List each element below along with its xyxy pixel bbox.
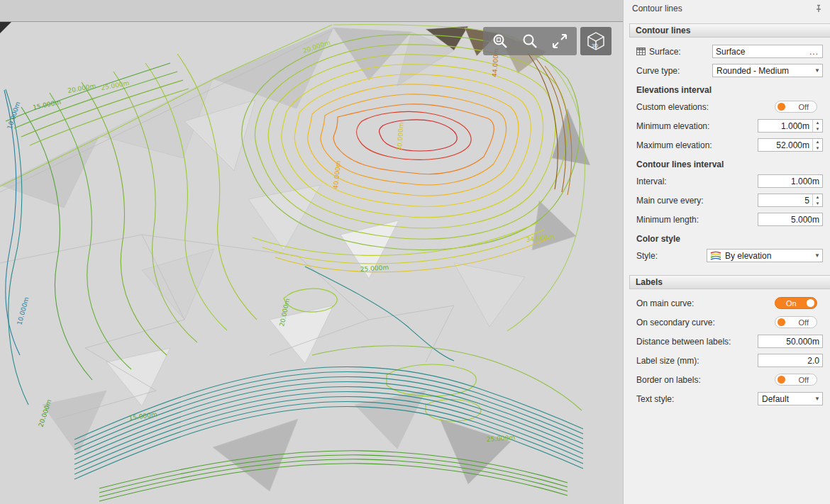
minimum-elevation-value: 1.000m [758, 121, 812, 131]
minimum-elevation-field[interactable]: 1.000m ▲ ▼ [758, 119, 823, 133]
contour-lines-group-header: Contour lines [629, 23, 830, 38]
border-on-labels-row: Border on labels: Off [629, 370, 830, 389]
pin-icon[interactable] [814, 4, 823, 13]
maximum-elevation-field[interactable]: 52.000m ▲ ▼ [758, 138, 823, 152]
custom-elevations-label: Custom elevations: [636, 102, 709, 112]
style-value: By elevation [721, 251, 812, 261]
maximum-elevation-row: Maximum elevation: 52.000m ▲ ▼ [629, 135, 830, 155]
elevations-interval-header: Elevations interval [629, 80, 830, 97]
distance-between-labels-row: Distance between labels: 50.000m [629, 332, 830, 351]
label-size-field[interactable]: 2.0 [758, 354, 823, 367]
style-label: Style: [636, 251, 658, 261]
zoom-button[interactable] [515, 27, 545, 55]
contour-lines-group-title: Contour lines [636, 26, 690, 35]
zoom-tool-group [483, 27, 577, 55]
style-dropdown[interactable]: By elevation ▼ [707, 249, 823, 262]
toggle-knob [778, 318, 785, 326]
by-elevation-icon [710, 251, 721, 260]
main-curve-every-value: 5 [758, 196, 812, 206]
spinner-up[interactable]: ▲ [813, 194, 822, 201]
border-on-labels-state: Off [799, 376, 809, 384]
text-style-dropdown[interactable]: Default ▼ [758, 392, 823, 405]
contour-lines-group: Contour lines Surface: [629, 23, 830, 265]
labels-group: Labels On main curve: On On secondary cu… [629, 275, 830, 408]
surface-field[interactable]: Surface ... [712, 45, 823, 58]
terrain-scene: 20.000m25.000m15.000m20.000m10.000m10.00… [0, 22, 623, 504]
spinner-down[interactable]: ▼ [813, 201, 822, 207]
text-style-label: Text style: [636, 394, 674, 404]
interval-label: Interval: [636, 177, 667, 186]
minimum-elevation-spinner: ▲ ▼ [812, 120, 822, 132]
border-on-labels-label: Border on labels: [636, 375, 701, 385]
surface-row: Surface: Surface ... [629, 42, 830, 61]
surface-grid-icon [636, 47, 646, 55]
custom-elevations-toggle[interactable]: Off [775, 101, 817, 113]
panel-title-bar: Contour lines [624, 0, 830, 17]
labels-group-header: Labels [629, 275, 830, 289]
on-secondary-curve-toggle[interactable]: Off [775, 316, 817, 328]
color-style-header: Color style [629, 229, 830, 246]
label-size-label: Label size (mm): [636, 356, 699, 366]
minimum-elevation-label: Minimum elevation: [636, 121, 709, 131]
main-curve-every-field[interactable]: 5 ▲ ▼ [758, 194, 823, 207]
border-on-labels-toggle[interactable]: Off [775, 374, 817, 386]
interval-row: Interval: 1.000m [629, 172, 830, 191]
minimum-length-row: Minimum length: 5.000m [629, 210, 830, 229]
label-size-row: Label size (mm): 2.0 [629, 351, 830, 370]
label-size-value: 2.0 [758, 356, 822, 366]
curve-type-value: Rounded - Medium [713, 66, 812, 76]
curve-type-row: Curve type: Rounded - Medium ▼ [629, 61, 830, 80]
zoom-extents-icon [551, 33, 568, 50]
surface-label-wrap: Surface: [636, 47, 681, 57]
style-row: Style: By elevation ▼ [629, 246, 830, 265]
toggle-knob [778, 103, 785, 111]
chevron-down-icon: ▼ [812, 67, 822, 74]
zoom-window-button[interactable] [485, 27, 515, 55]
text-style-row: Text style: Default ▼ [629, 389, 830, 408]
curve-type-dropdown[interactable]: Rounded - Medium ▼ [712, 64, 823, 77]
terrain-viewport[interactable]: 20.000m25.000m15.000m20.000m10.000m10.00… [0, 21, 623, 504]
labels-group-title: Labels [636, 277, 663, 287]
zoom-window-icon [492, 33, 509, 50]
distance-between-labels-label: Distance between labels: [636, 337, 731, 347]
contour-lines-interval-header: Contour lines interval [629, 155, 830, 172]
spinner-down[interactable]: ▼ [813, 145, 822, 152]
main-curve-every-label: Main curve every: [636, 196, 704, 206]
viewport-toolbar: 3D [483, 27, 612, 55]
toggle-knob [778, 376, 785, 383]
minimum-elevation-row: Minimum elevation: 1.000m ▲ ▼ [629, 116, 830, 135]
minimum-length-label: Minimum length: [636, 215, 699, 225]
interval-field[interactable]: 1.000m [758, 174, 823, 188]
on-secondary-curve-state: Off [799, 318, 809, 327]
contour-lines-panel: Contour lines Contour lines [623, 0, 830, 504]
panel-title: Contour lines [632, 4, 682, 13]
on-main-curve-label: On main curve: [636, 298, 694, 308]
minimum-length-value: 5.000m [758, 215, 822, 225]
zoom-extents-button[interactable] [545, 27, 575, 55]
chevron-down-icon: ▼ [812, 396, 822, 402]
surface-browse-button[interactable]: ... [806, 47, 822, 57]
surface-value: Surface [713, 47, 806, 57]
view-3d-cube-icon: 3D [587, 31, 605, 51]
custom-elevations-state: Off [799, 103, 809, 111]
distance-between-labels-field[interactable]: 50.000m [758, 335, 823, 348]
minimum-length-field[interactable]: 5.000m [758, 213, 823, 226]
curve-type-label: Curve type: [636, 66, 680, 76]
on-secondary-curve-label: On secondary curve: [636, 318, 715, 327]
chevron-down-icon: ▼ [812, 252, 822, 259]
zoom-icon [521, 33, 538, 50]
text-style-value: Default [758, 394, 812, 404]
main-curve-every-spinner: ▲ ▼ [812, 194, 822, 206]
maximum-elevation-label: Maximum elevation: [636, 140, 712, 150]
view-3d-button[interactable]: 3D [580, 27, 612, 55]
toggle-knob [807, 299, 814, 307]
on-secondary-curve-row: On secondary curve: Off [629, 313, 830, 332]
view-3d-label: 3D [592, 43, 598, 48]
maximum-elevation-spinner: ▲ ▼ [812, 139, 822, 151]
spinner-down[interactable]: ▼ [813, 126, 822, 133]
spinner-up[interactable]: ▲ [813, 120, 822, 126]
spinner-up[interactable]: ▲ [813, 139, 822, 145]
on-main-curve-row: On main curve: On [629, 293, 830, 313]
main-curve-every-row: Main curve every: 5 ▲ ▼ [629, 191, 830, 210]
on-main-curve-toggle[interactable]: On [775, 297, 817, 309]
